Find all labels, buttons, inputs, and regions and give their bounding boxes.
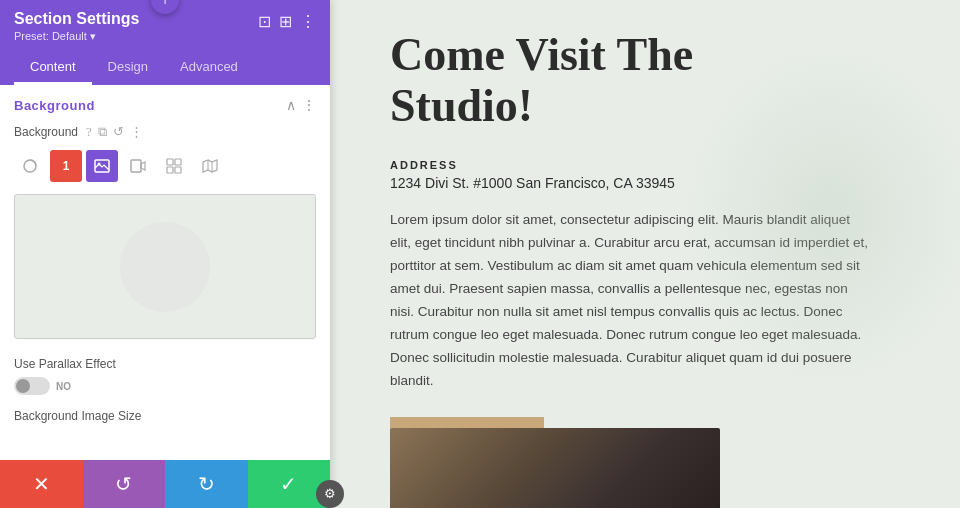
svg-rect-7 (175, 167, 181, 173)
grid-icon[interactable]: ⊞ (279, 12, 292, 31)
svg-rect-4 (167, 159, 173, 165)
title-line2: Studio! (390, 80, 533, 131)
address-value: 1234 Divi St. #1000 San Francisco, CA 33… (390, 175, 910, 191)
bg-type-color[interactable] (14, 150, 46, 182)
bg-type-video[interactable] (122, 150, 154, 182)
bg-copy-icon[interactable]: ⧉ (98, 124, 107, 140)
settings-panel: + Section Settings Preset: Default ▾ ⊡ ⊞… (0, 0, 330, 508)
image-preview-area[interactable] (14, 194, 316, 339)
action-bar: ✕ ↺ ↻ ✓ (0, 460, 330, 508)
bg-type-image[interactable] (86, 150, 118, 182)
cancel-button[interactable]: ✕ (0, 460, 83, 508)
save-icon: ✓ (280, 472, 297, 496)
help-icon[interactable]: ? (86, 124, 92, 140)
undo-icon: ↺ (115, 472, 132, 496)
panel-tabs: Content Design Advanced (0, 51, 330, 85)
section-controls: ∧ ⋮ (286, 97, 316, 114)
body-text: Lorem ipsum dolor sit amet, consectetur … (390, 209, 870, 393)
parallax-track[interactable] (14, 377, 50, 395)
undo-button[interactable]: ↺ (83, 460, 166, 508)
parallax-value: NO (56, 381, 71, 392)
bg-label: Background (14, 125, 78, 139)
more-icon[interactable]: ⋮ (300, 12, 316, 31)
tab-design[interactable]: Design (92, 51, 164, 85)
redo-icon: ↻ (198, 472, 215, 496)
bg-type-pattern[interactable] (158, 150, 190, 182)
section-more-icon[interactable]: ⋮ (302, 97, 316, 114)
settings-icon: ⚙ (324, 486, 336, 502)
bg-image-size-label: Background Image Size (0, 403, 330, 427)
tab-advanced[interactable]: Advanced (164, 51, 254, 85)
image-placeholder (120, 222, 210, 312)
main-title: Come Visit The Studio! (390, 30, 910, 131)
parallax-thumb (16, 379, 30, 393)
parallax-toggle-row: Use Parallax Effect NO (0, 349, 330, 403)
background-section-header: Background ∧ ⋮ (0, 85, 330, 120)
bg-label-icons: ? ⧉ ↺ ⋮ (86, 124, 143, 140)
tab-content[interactable]: Content (14, 51, 92, 85)
collapse-icon[interactable]: ∧ (286, 97, 296, 114)
address-label: ADDRESS (390, 159, 910, 171)
panel-preset[interactable]: Preset: Default ▾ (14, 30, 139, 43)
bg-type-row: 1 (0, 146, 330, 190)
bg-type-badge[interactable]: 1 (50, 150, 82, 182)
redo-button[interactable]: ↻ (165, 460, 248, 508)
settings-corner-button[interactable]: ⚙ (316, 480, 344, 508)
background-section-title: Background (14, 98, 95, 113)
bg-options-icon[interactable]: ⋮ (130, 124, 143, 140)
svg-rect-6 (167, 167, 173, 173)
parallax-switch: NO (14, 377, 316, 395)
copy-icon[interactable]: ⊡ (258, 12, 271, 31)
cancel-icon: ✕ (33, 472, 50, 496)
panel-body: Background ∧ ⋮ Background ? ⧉ ↺ ⋮ 1 (0, 85, 330, 508)
panel-title: Section Settings (14, 10, 139, 28)
bg-reset-icon[interactable]: ↺ (113, 124, 124, 140)
bg-label-row: Background ? ⧉ ↺ ⋮ (0, 120, 330, 146)
bottom-image (390, 428, 720, 508)
panel-header-left: Section Settings Preset: Default ▾ (14, 10, 139, 43)
right-content: Come Visit The Studio! ADDRESS 1234 Divi… (330, 0, 960, 508)
bg-type-map[interactable] (194, 150, 226, 182)
title-line1: Come Visit The (390, 29, 693, 80)
panel-header-icons: ⊡ ⊞ ⋮ (258, 12, 316, 31)
svg-rect-3 (131, 160, 141, 172)
parallax-label: Use Parallax Effect (14, 357, 316, 371)
svg-rect-5 (175, 159, 181, 165)
